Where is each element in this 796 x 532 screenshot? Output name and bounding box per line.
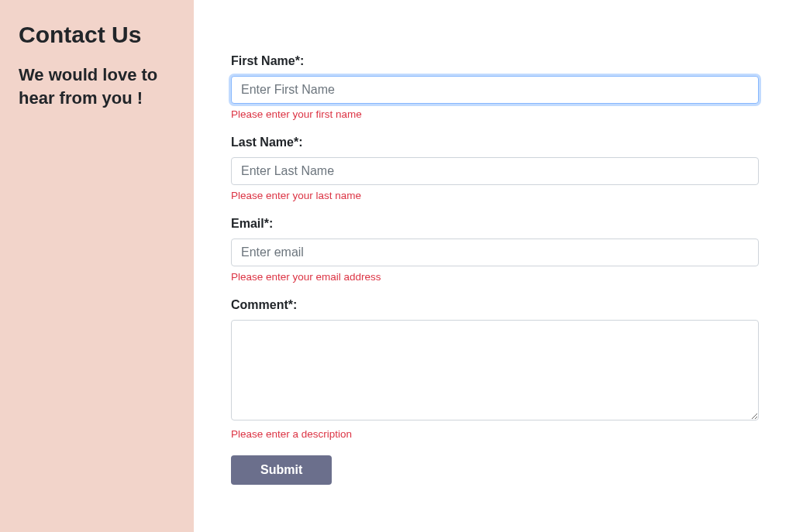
email-group: Email*: Please enter your email address: [231, 217, 759, 283]
last-name-error: Please enter your last name: [231, 190, 759, 201]
last-name-group: Last Name*: Please enter your last name: [231, 136, 759, 201]
comment-label: Comment*:: [231, 298, 759, 312]
page-title: Contact Us: [19, 22, 175, 48]
comment-group: Comment*: Please enter a description: [231, 298, 759, 440]
first-name-label: First Name*:: [231, 54, 759, 68]
email-error: Please enter your email address: [231, 271, 759, 283]
comment-error: Please enter a description: [231, 428, 759, 440]
first-name-error: Please enter your first name: [231, 108, 759, 120]
email-input[interactable]: [231, 239, 759, 266]
submit-button[interactable]: Submit: [231, 455, 332, 485]
email-label: Email*:: [231, 217, 759, 231]
comment-input[interactable]: [231, 320, 759, 420]
last-name-label: Last Name*:: [231, 136, 759, 149]
contact-form: First Name*: Please enter your first nam…: [231, 54, 759, 485]
sidebar: Contact Us We would love to hear from yo…: [0, 0, 194, 532]
page-subtitle: We would love to hear from you !: [19, 63, 175, 109]
first-name-group: First Name*: Please enter your first nam…: [231, 54, 759, 120]
main-content: First Name*: Please enter your first nam…: [194, 0, 796, 532]
first-name-input[interactable]: [231, 76, 759, 104]
last-name-input[interactable]: [231, 157, 759, 185]
